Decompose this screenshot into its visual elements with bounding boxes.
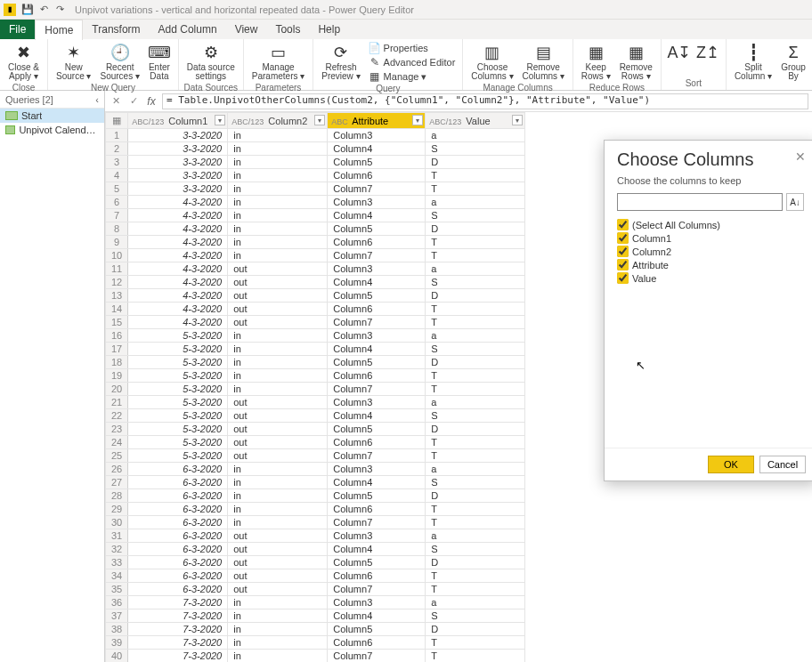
- table-row[interactable]: 114-3-2020outColumn3a: [106, 262, 525, 276]
- cell[interactable]: 6-3-2020: [128, 583, 228, 596]
- cell[interactable]: T: [426, 249, 525, 262]
- cell[interactable]: Column7: [328, 249, 426, 262]
- table-row[interactable]: 276-3-2020inColumn4S: [106, 476, 525, 489]
- cell[interactable]: in: [228, 489, 328, 503]
- cell[interactable]: S: [426, 142, 525, 156]
- cell[interactable]: in: [228, 209, 328, 222]
- table-row[interactable]: 165-3-2020inColumn3a: [106, 329, 525, 343]
- cell[interactable]: Column3: [328, 262, 426, 276]
- cell[interactable]: S: [426, 209, 525, 222]
- cell[interactable]: Column6: [328, 169, 426, 182]
- table-row[interactable]: 64-3-2020inColumn3a: [106, 196, 525, 209]
- enter-data-button[interactable]: ⌨Enter Data: [144, 41, 175, 83]
- cell[interactable]: 3-3-2020: [128, 129, 228, 142]
- split-column-button[interactable]: ┇Split Column ▾: [730, 41, 776, 83]
- cell[interactable]: 7-3-2020: [128, 650, 228, 663]
- cell[interactable]: in: [228, 329, 328, 343]
- table-row[interactable]: 367-3-2020inColumn3a: [106, 596, 525, 610]
- cell[interactable]: 4-3-2020: [128, 276, 228, 289]
- column-option[interactable]: Column2: [617, 245, 804, 258]
- cell[interactable]: 4-3-2020: [128, 289, 228, 303]
- cell[interactable]: Column5: [328, 156, 426, 169]
- cancel-button[interactable]: Cancel: [759, 456, 806, 473]
- sort-desc-button[interactable]: Z↥: [694, 41, 722, 64]
- cell[interactable]: T: [426, 516, 525, 529]
- cell[interactable]: in: [228, 343, 328, 356]
- cell[interactable]: 3-3-2020: [128, 156, 228, 169]
- table-row[interactable]: 134-3-2020outColumn5D: [106, 289, 525, 303]
- column-option[interactable]: Value: [617, 271, 804, 285]
- cell[interactable]: T: [426, 383, 525, 396]
- cell[interactable]: Column7: [328, 383, 426, 396]
- cell[interactable]: D: [426, 556, 525, 569]
- table-row[interactable]: 144-3-2020outColumn6T: [106, 303, 525, 316]
- cell[interactable]: 6-3-2020: [128, 463, 228, 476]
- cell[interactable]: Column6: [328, 369, 426, 383]
- cell[interactable]: in: [228, 222, 328, 236]
- cell[interactable]: in: [228, 610, 328, 623]
- cell[interactable]: Column3: [328, 396, 426, 409]
- cell[interactable]: out: [228, 449, 328, 463]
- cell[interactable]: 5-3-2020: [128, 383, 228, 396]
- cell[interactable]: out: [228, 529, 328, 543]
- cell[interactable]: 3-3-2020: [128, 182, 228, 196]
- cell[interactable]: S: [426, 610, 525, 623]
- cell[interactable]: T: [426, 303, 525, 316]
- sort-icon[interactable]: A↓: [786, 193, 804, 211]
- cell[interactable]: a: [426, 329, 525, 343]
- cell[interactable]: 5-3-2020: [128, 369, 228, 383]
- cell[interactable]: 6-3-2020: [128, 569, 228, 583]
- cell[interactable]: Column5: [328, 222, 426, 236]
- table-row[interactable]: 225-3-2020outColumn4S: [106, 409, 525, 423]
- cell[interactable]: T: [426, 182, 525, 196]
- cell[interactable]: T: [426, 369, 525, 383]
- cell[interactable]: D: [426, 222, 525, 236]
- cell[interactable]: Column5: [328, 623, 426, 636]
- cell[interactable]: Column5: [328, 556, 426, 569]
- column-checkbox[interactable]: [617, 246, 629, 257]
- table-row[interactable]: 74-3-2020inColumn4S: [106, 209, 525, 222]
- column-checkbox[interactable]: [617, 259, 629, 270]
- cell[interactable]: 5-3-2020: [128, 423, 228, 436]
- tab-help[interactable]: Help: [309, 20, 349, 39]
- recent-sources-button[interactable]: 🕘Recent Sources ▾: [95, 41, 143, 83]
- cell[interactable]: out: [228, 396, 328, 409]
- cell[interactable]: out: [228, 276, 328, 289]
- cell[interactable]: in: [228, 196, 328, 209]
- table-row[interactable]: 124-3-2020outColumn4S: [106, 276, 525, 289]
- column-option[interactable]: Attribute: [617, 258, 804, 271]
- cell[interactable]: a: [426, 529, 525, 543]
- table-row[interactable]: 326-3-2020outColumn4S: [106, 543, 525, 556]
- table-row[interactable]: 235-3-2020outColumn5D: [106, 423, 525, 436]
- column-checkbox[interactable]: [617, 219, 629, 230]
- cell[interactable]: out: [228, 583, 328, 596]
- filter-dropdown-icon[interactable]: ▾: [412, 115, 423, 125]
- cell[interactable]: in: [228, 249, 328, 262]
- cell[interactable]: Column6: [328, 436, 426, 449]
- cell[interactable]: T: [426, 436, 525, 449]
- cell[interactable]: Column4: [328, 276, 426, 289]
- remove-columns-button[interactable]: ▤Remove Columns ▾: [518, 41, 569, 83]
- cell[interactable]: in: [228, 236, 328, 249]
- cell[interactable]: Column6: [328, 636, 426, 650]
- column-header-column1[interactable]: ABC/123 Column1▾: [128, 113, 228, 129]
- cell[interactable]: 7-3-2020: [128, 610, 228, 623]
- table-row[interactable]: 245-3-2020outColumn6T: [106, 436, 525, 449]
- cell[interactable]: 7-3-2020: [128, 636, 228, 650]
- cell[interactable]: out: [228, 543, 328, 556]
- sort-asc-button[interactable]: A↧: [665, 41, 694, 64]
- cell[interactable]: 4-3-2020: [128, 249, 228, 262]
- cell[interactable]: Column7: [328, 449, 426, 463]
- cell[interactable]: Column5: [328, 356, 426, 369]
- cell[interactable]: 4-3-2020: [128, 303, 228, 316]
- cell[interactable]: 6-3-2020: [128, 516, 228, 529]
- cell[interactable]: Column4: [328, 209, 426, 222]
- tab-transform[interactable]: Transform: [83, 20, 149, 39]
- tab-view[interactable]: View: [226, 20, 267, 39]
- cell[interactable]: Column6: [328, 303, 426, 316]
- cell[interactable]: Column4: [328, 409, 426, 423]
- cell[interactable]: in: [228, 476, 328, 489]
- cell[interactable]: T: [426, 449, 525, 463]
- cell[interactable]: Column4: [328, 476, 426, 489]
- cell[interactable]: out: [228, 556, 328, 569]
